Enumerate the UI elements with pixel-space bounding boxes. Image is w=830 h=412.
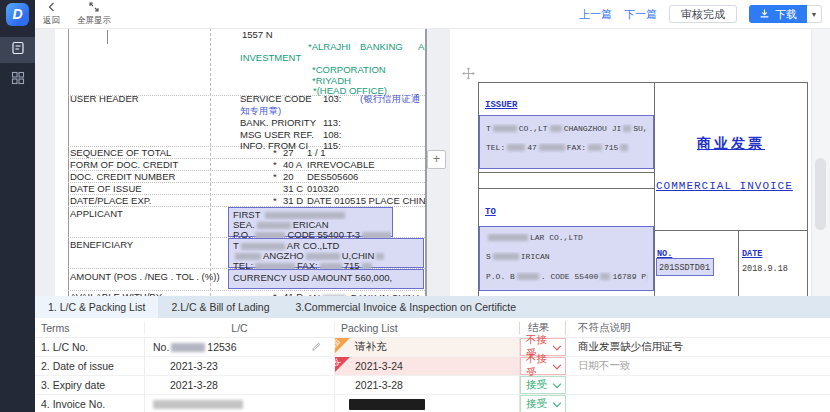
chevron-down-icon bbox=[553, 360, 561, 368]
amount-text: CURRENCY USD AMOUNT 560,000, bbox=[233, 273, 421, 283]
col-discrepancy: 不符点说明 bbox=[566, 321, 830, 335]
msg-user-ref-label: MSG USER REF. bbox=[240, 130, 314, 140]
bank-priority-label: BANK. PRIORITY bbox=[240, 118, 316, 128]
swift-field-row: FORM OF DOC. CREDIT*40 AIRREVOCABLE bbox=[55, 160, 427, 171]
tab-lc-packing-list[interactable]: 1. L/C & Packing List bbox=[35, 296, 158, 318]
bank-priority-tag: 113: bbox=[323, 118, 341, 128]
redacted-text bbox=[153, 400, 243, 409]
invoice-date-value: 2018.9.18 bbox=[742, 264, 788, 274]
packing-cell: 加 请补充 bbox=[335, 338, 520, 356]
to-text: SIRICAN bbox=[486, 252, 648, 262]
table-border bbox=[107, 30, 108, 44]
bank-name-text: INVESTMENT bbox=[240, 53, 301, 63]
invoice-border bbox=[654, 82, 655, 296]
redacted-text bbox=[257, 222, 291, 229]
invoice-border bbox=[478, 82, 808, 83]
field-tag: 31 D bbox=[283, 196, 303, 206]
invoice-border bbox=[478, 172, 655, 173]
term-cell: 1. L/C No. bbox=[35, 338, 145, 356]
redacted-text bbox=[550, 125, 562, 132]
discrepancy-note: 商业发票缺少信用证号 bbox=[566, 338, 830, 356]
field-tag: 27 bbox=[283, 148, 294, 158]
field-tag: * bbox=[273, 148, 277, 158]
right-pane-scrollbar[interactable] bbox=[811, 28, 830, 296]
field-label: APPLICANT bbox=[70, 209, 123, 219]
beneficiary-text: ANGZHOU,CHIN bbox=[233, 251, 421, 261]
invoice-no-value: 201SSDTD01 bbox=[659, 263, 710, 273]
app-logo: D bbox=[6, 3, 29, 26]
fullscreen-icon bbox=[89, 2, 99, 15]
field-label: BENEFICIARY bbox=[70, 240, 133, 250]
to-text: P.O. B. CODE 5540016789 PN bbox=[486, 272, 648, 282]
discrepancy-note bbox=[566, 395, 830, 412]
lc-cell: 2021-3-28 bbox=[145, 376, 335, 394]
col-packing-list: Packing List bbox=[335, 322, 520, 334]
field-label: DOC. CREDIT NUMBER bbox=[70, 172, 175, 182]
field-label: DATE/PLACE EXP. bbox=[70, 196, 152, 206]
beneficiary-text: TAR CO.,LTD bbox=[233, 241, 421, 251]
lc-cell bbox=[145, 395, 335, 412]
field-label: SEQUENCE OF TOTAL bbox=[70, 148, 171, 158]
fullscreen-button[interactable]: 全屏显示 bbox=[77, 2, 111, 26]
table-row: 3. Expiry date 2021-3-28 2021-3-28 接受 bbox=[35, 376, 830, 395]
back-button[interactable]: 返回 bbox=[43, 2, 60, 26]
redacted-text bbox=[600, 273, 610, 280]
scrollbar-thumb[interactable] bbox=[815, 158, 826, 230]
review-panel: 1. L/C & Packing List 2.L/C & Bill of La… bbox=[35, 296, 830, 412]
field-tag: * bbox=[273, 160, 277, 170]
redacted-text bbox=[623, 125, 631, 132]
redacted-text bbox=[376, 253, 384, 260]
field-label: FORM OF DOC. CREDIT bbox=[70, 160, 178, 170]
prev-doc-link[interactable]: 上一篇 bbox=[579, 7, 612, 22]
field-value: DES505606 bbox=[307, 172, 358, 182]
move-handle-icon[interactable] bbox=[462, 66, 475, 84]
packing-cell bbox=[335, 395, 520, 412]
result-dropdown[interactable]: 接受 bbox=[520, 395, 566, 412]
download-button[interactable]: 下载 bbox=[749, 5, 807, 23]
field-label: AMOUNT (POS . /NEG . TOL . (%)) bbox=[70, 272, 220, 282]
table-row: 4. Invoice No. 接受 bbox=[35, 395, 830, 412]
tab-lc-bill-of-lading[interactable]: 2.L/C & Bill of Lading bbox=[158, 296, 282, 318]
invoice-border bbox=[807, 82, 808, 296]
review-done-button[interactable]: 审核完成 bbox=[669, 5, 737, 23]
discrepancy-note bbox=[566, 376, 830, 394]
invoice-border bbox=[654, 230, 808, 231]
chevron-down-icon bbox=[553, 398, 561, 406]
issuer-text: TCO.,LTCHANGZHOU JISU,CNA bbox=[486, 124, 648, 134]
chevron-down-icon bbox=[553, 341, 561, 349]
result-dropdown[interactable]: 接受 bbox=[520, 376, 566, 394]
field-value: 010320 bbox=[307, 184, 339, 194]
invoice-title-en: COMMERCIAL INVOICE bbox=[656, 180, 793, 192]
next-doc-link[interactable]: 下一篇 bbox=[624, 7, 657, 22]
redacted-text bbox=[265, 212, 345, 219]
packing-cell: 2021-3-28 bbox=[335, 376, 520, 394]
document-compare-area: 1557 N *ALRAJHI BANKING AND INVESTMENT *… bbox=[35, 28, 830, 296]
lc-cell: 2021-3-23 bbox=[145, 357, 335, 375]
document-review-app: D 返回 全屏显示 上一篇 下一篇 审核完成 bbox=[0, 0, 830, 412]
redacted-text bbox=[493, 253, 519, 260]
applicant-text: SEA.ERICAN bbox=[233, 220, 391, 230]
tab-invoice-inspection[interactable]: 3.Commercial Invoice & Inspection on Cer… bbox=[283, 296, 530, 318]
bank-name-text: *CORPORATION bbox=[312, 65, 386, 75]
result-cell: 接受 bbox=[520, 376, 566, 394]
bank-name-text: BANKING bbox=[360, 42, 403, 52]
field-tag: 31 C bbox=[283, 184, 303, 194]
sidebar-item-documents[interactable] bbox=[0, 37, 35, 63]
bank-seal-text: (银行信用证通 bbox=[360, 94, 420, 104]
commercial-invoice-document: ISSUER TCO.,LTCHANGZHOU JISU,CNA TEL:47F… bbox=[450, 28, 812, 296]
result-cell: 接受 bbox=[520, 395, 566, 412]
sidebar-item-apps[interactable] bbox=[0, 67, 35, 93]
result-dropdown[interactable]: 不接受 bbox=[520, 357, 566, 375]
discrepancy-note: 日期不一致 bbox=[566, 357, 830, 375]
field-tag: 20 bbox=[283, 172, 294, 182]
download-options-button[interactable]: ▼ bbox=[807, 5, 822, 23]
invoice-border bbox=[478, 188, 655, 189]
zoom-in-button[interactable]: + bbox=[427, 150, 446, 169]
swift-field-row: DOC. CREDIT NUMBER*20DES505606 bbox=[55, 172, 427, 183]
bank-name-text: *ALRAJHI bbox=[308, 42, 351, 52]
redacted-text bbox=[539, 144, 565, 151]
edit-icon[interactable] bbox=[311, 341, 322, 354]
swift-field-row: DATE OF ISSUE31 C010320 bbox=[55, 184, 427, 195]
review-table-header: Terms L/C Packing List 结果 不符点说明 bbox=[35, 318, 830, 338]
back-label: 返回 bbox=[43, 15, 60, 26]
